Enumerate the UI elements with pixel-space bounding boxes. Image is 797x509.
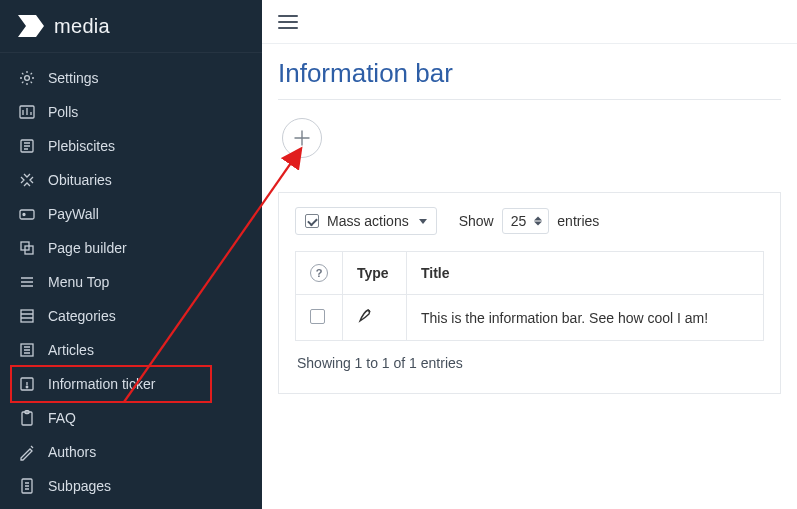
page-title: Information bar bbox=[262, 44, 797, 99]
sort-arrows-icon bbox=[534, 217, 542, 226]
entries-label: entries bbox=[557, 213, 599, 229]
sidebar-item-information-ticker[interactable]: Information ticker bbox=[0, 367, 262, 401]
page-size-value: 25 bbox=[511, 213, 527, 229]
paywall-icon bbox=[18, 205, 36, 223]
add-button[interactable] bbox=[282, 118, 322, 158]
caret-down-icon bbox=[419, 219, 427, 224]
page-size-select[interactable]: 25 bbox=[502, 208, 550, 234]
sidebar-item-subpages[interactable]: Subpages bbox=[0, 469, 262, 503]
information-ticker-icon bbox=[18, 375, 36, 393]
svg-point-11 bbox=[26, 386, 28, 388]
row-type-cell bbox=[343, 295, 407, 341]
header-title[interactable]: Title bbox=[407, 252, 764, 295]
sidebar-item-label: Subpages bbox=[48, 478, 111, 494]
polls-icon bbox=[18, 103, 36, 121]
sidebar-item-label: Settings bbox=[48, 70, 99, 86]
table-row[interactable]: This is the information bar. See how coo… bbox=[296, 295, 764, 341]
table-info: Showing 1 to 1 of 1 entries bbox=[295, 355, 764, 371]
list-panel: Mass actions Show 25 entries ? Type bbox=[278, 192, 781, 394]
sidebar-item-paywall[interactable]: PayWall bbox=[0, 197, 262, 231]
row-title-cell: This is the information bar. See how coo… bbox=[407, 295, 764, 341]
articles-icon bbox=[18, 341, 36, 359]
row-select-cell[interactable] bbox=[296, 295, 343, 341]
faq-icon bbox=[18, 409, 36, 427]
svg-point-5 bbox=[23, 214, 25, 216]
sidebar-item-label: FAQ bbox=[48, 410, 76, 426]
table-header-row: ? Type Title bbox=[296, 252, 764, 295]
sidebar-item-plebiscites[interactable]: Plebiscites bbox=[0, 129, 262, 163]
show-label: Show bbox=[459, 213, 494, 229]
authors-icon bbox=[18, 443, 36, 461]
sidebar-item-authors[interactable]: Authors bbox=[0, 435, 262, 469]
sidebar-item-faq[interactable]: FAQ bbox=[0, 401, 262, 435]
sidebar-item-articles[interactable]: Articles bbox=[0, 333, 262, 367]
sidebar-item-label: Information ticker bbox=[48, 376, 155, 392]
header-type[interactable]: Type bbox=[343, 252, 407, 295]
pen-icon bbox=[357, 307, 375, 325]
brand[interactable]: media bbox=[0, 0, 262, 53]
brand-logo-icon bbox=[18, 15, 44, 37]
sidebar-item-label: Articles bbox=[48, 342, 94, 358]
sidebar-item-label: PayWall bbox=[48, 206, 99, 222]
sidebar-item-label: Categories bbox=[48, 308, 116, 324]
list-controls: Mass actions Show 25 entries bbox=[295, 207, 764, 235]
data-table: ? Type Title This is the information bar… bbox=[295, 251, 764, 341]
subpages-icon bbox=[18, 477, 36, 495]
header-help[interactable]: ? bbox=[296, 252, 343, 295]
page-size-control: Show 25 entries bbox=[459, 208, 600, 234]
sidebar-item-settings[interactable]: Settings bbox=[0, 61, 262, 95]
svg-rect-8 bbox=[21, 310, 33, 322]
mass-actions-dropdown[interactable]: Mass actions bbox=[295, 207, 437, 235]
plus-icon bbox=[294, 130, 310, 146]
svg-point-1 bbox=[25, 76, 30, 81]
question-icon: ? bbox=[310, 264, 328, 282]
sidebar-item-label: Plebiscites bbox=[48, 138, 115, 154]
sidebar: media SettingsPollsPlebiscitesObituaries… bbox=[0, 0, 262, 509]
sidebar-nav: SettingsPollsPlebiscitesObituariesPayWal… bbox=[0, 53, 262, 503]
sidebar-item-label: Page builder bbox=[48, 240, 127, 256]
page-builder-icon bbox=[18, 239, 36, 257]
menu-top-icon bbox=[18, 273, 36, 291]
sidebar-item-label: Menu Top bbox=[48, 274, 109, 290]
svg-rect-4 bbox=[20, 210, 34, 219]
main-area: Information bar Mass actions Show 25 e bbox=[262, 0, 797, 509]
sidebar-item-obituaries[interactable]: Obituaries bbox=[0, 163, 262, 197]
mass-actions-label: Mass actions bbox=[327, 213, 409, 229]
plebiscites-icon bbox=[18, 137, 36, 155]
obituaries-icon bbox=[18, 171, 36, 189]
sidebar-item-categories[interactable]: Categories bbox=[0, 299, 262, 333]
checkbox-icon bbox=[305, 214, 319, 228]
sidebar-item-label: Polls bbox=[48, 104, 78, 120]
sidebar-item-polls[interactable]: Polls bbox=[0, 95, 262, 129]
settings-icon bbox=[18, 69, 36, 87]
sidebar-item-menu-top[interactable]: Menu Top bbox=[0, 265, 262, 299]
menu-toggle-icon[interactable] bbox=[278, 15, 298, 29]
sidebar-item-label: Authors bbox=[48, 444, 96, 460]
checkbox-icon[interactable] bbox=[310, 309, 325, 324]
categories-icon bbox=[18, 307, 36, 325]
sidebar-item-page-builder[interactable]: Page builder bbox=[0, 231, 262, 265]
divider bbox=[278, 99, 781, 100]
sidebar-item-label: Obituaries bbox=[48, 172, 112, 188]
topbar bbox=[262, 0, 797, 44]
brand-name: media bbox=[54, 15, 110, 38]
